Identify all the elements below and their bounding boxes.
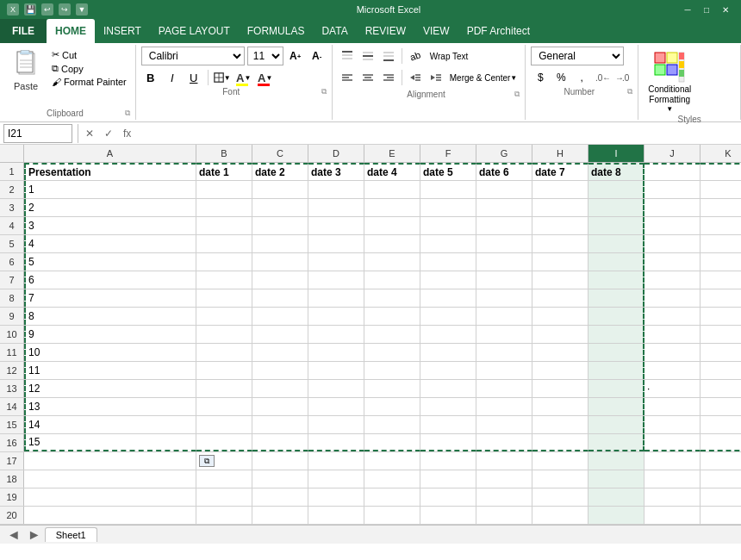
cell-K12[interactable] <box>701 362 741 379</box>
row-header-9[interactable]: 9 <box>0 308 24 325</box>
cell-J18[interactable] <box>644 470 701 488</box>
cell-H8[interactable] <box>532 289 588 307</box>
cell-C7[interactable] <box>252 271 308 289</box>
cell-J8[interactable] <box>644 289 701 307</box>
cell-F10[interactable] <box>420 326 476 343</box>
cell-A8[interactable]: 7 <box>24 289 196 307</box>
cell-J2[interactable] <box>644 181 701 198</box>
row-header-20[interactable]: 20 <box>0 507 24 524</box>
cell-D4[interactable] <box>308 217 364 234</box>
cell-B10[interactable] <box>196 326 252 343</box>
cell-I13[interactable] <box>588 380 644 397</box>
cell-J20[interactable] <box>644 507 701 524</box>
cell-G14[interactable] <box>476 398 532 415</box>
cell-B7[interactable] <box>196 271 252 289</box>
cell-I1[interactable]: date 8 <box>588 163 644 180</box>
cell-H15[interactable] <box>532 416 588 433</box>
cell-J1[interactable] <box>644 163 701 180</box>
cell-E9[interactable] <box>364 308 420 325</box>
confirm-formula-button[interactable]: ✓ <box>99 126 118 141</box>
cell-I7[interactable] <box>588 271 644 289</box>
cell-B14[interactable] <box>196 398 252 415</box>
cell-A1[interactable]: Presentation <box>24 163 196 180</box>
cell-F11[interactable] <box>420 344 476 361</box>
cell-G20[interactable] <box>476 507 532 524</box>
font-name-select[interactable]: Calibri <box>141 47 245 65</box>
increase-font-button[interactable]: A+ <box>286 47 305 65</box>
row-header-18[interactable]: 18 <box>0 470 24 488</box>
cell-C3[interactable] <box>252 199 308 216</box>
cell-A19[interactable] <box>24 488 196 506</box>
cell-F20[interactable] <box>420 507 476 524</box>
corner-cell[interactable] <box>0 145 24 162</box>
cell-C6[interactable] <box>252 253 308 271</box>
border-dropdown-icon[interactable]: ▼ <box>224 74 231 82</box>
cell-G10[interactable] <box>476 326 532 343</box>
cell-K5[interactable] <box>701 235 741 252</box>
cell-F19[interactable] <box>420 488 476 506</box>
cell-I6[interactable] <box>588 253 644 271</box>
cell-J15[interactable] <box>644 416 701 433</box>
col-header-G[interactable]: G <box>476 145 532 162</box>
cell-A7[interactable]: 6 <box>24 271 196 289</box>
cell-B3[interactable] <box>196 199 252 216</box>
cell-F8[interactable] <box>420 289 476 307</box>
col-header-A[interactable]: A <box>24 145 196 162</box>
cell-I18[interactable] <box>588 470 644 488</box>
cell-E18[interactable] <box>364 470 420 488</box>
cell-D1[interactable]: date 3 <box>308 163 364 180</box>
font-color-dropdown-icon[interactable]: ▼ <box>265 74 272 82</box>
alignment-expand-icon[interactable]: ⧉ <box>514 90 520 99</box>
cell-D16[interactable] <box>308 434 364 451</box>
cell-E8[interactable] <box>364 289 420 307</box>
cell-B4[interactable] <box>196 217 252 234</box>
cell-H12[interactable] <box>532 362 588 379</box>
cell-F3[interactable] <box>420 199 476 216</box>
align-top-button[interactable] <box>338 47 357 65</box>
sheet-tab-next[interactable]: ► <box>24 527 45 543</box>
cell-J19[interactable] <box>644 488 701 506</box>
cell-G8[interactable] <box>476 289 532 307</box>
clipboard-expand-icon[interactable]: ⧉ <box>125 109 130 118</box>
bold-button[interactable]: B <box>141 68 160 87</box>
sheet-tab-prev[interactable]: ◄ <box>3 527 24 543</box>
cell-A12[interactable]: 11 <box>24 362 196 379</box>
cell-J3[interactable] <box>644 199 701 216</box>
cell-F9[interactable] <box>420 308 476 325</box>
row-header-1[interactable]: 1 <box>0 163 24 180</box>
cancel-formula-button[interactable]: ✕ <box>80 126 99 141</box>
cell-C18[interactable] <box>252 470 308 488</box>
row-header-14[interactable]: 14 <box>0 398 24 415</box>
comma-button[interactable]: , <box>572 68 591 87</box>
tab-home[interactable]: HOME <box>47 19 95 43</box>
cell-H13[interactable] <box>532 380 588 397</box>
cell-E17[interactable] <box>364 452 420 470</box>
cell-I16[interactable] <box>588 434 644 451</box>
close-button[interactable]: ✕ <box>717 3 734 16</box>
cell-B8[interactable] <box>196 289 252 307</box>
cell-F18[interactable] <box>420 470 476 488</box>
cell-D19[interactable] <box>308 488 364 506</box>
col-header-D[interactable]: D <box>308 145 364 162</box>
cell-G15[interactable] <box>476 416 532 433</box>
cell-G11[interactable] <box>476 344 532 361</box>
increase-indent-button[interactable] <box>427 68 445 87</box>
cell-E16[interactable] <box>364 434 420 451</box>
tab-pdf[interactable]: PDF Architect <box>458 19 539 43</box>
tab-data[interactable]: DATA <box>313 19 356 43</box>
col-header-I[interactable]: I <box>588 145 644 162</box>
cell-H9[interactable] <box>532 308 588 325</box>
cell-K8[interactable] <box>701 289 741 307</box>
underline-button[interactable]: U <box>184 68 203 87</box>
cell-C8[interactable] <box>252 289 308 307</box>
cell-G12[interactable] <box>476 362 532 379</box>
cell-F2[interactable] <box>420 181 476 198</box>
cell-I11[interactable] <box>588 344 644 361</box>
conditional-formatting-dropdown[interactable]: ▼ <box>666 105 673 113</box>
angle-text-button[interactable]: ab <box>403 44 427 68</box>
cell-C19[interactable] <box>252 488 308 506</box>
cell-D13[interactable] <box>308 380 364 397</box>
cell-C20[interactable] <box>252 507 308 524</box>
number-expand-icon[interactable]: ⧉ <box>627 87 632 96</box>
cell-A16[interactable]: 15 <box>24 434 196 451</box>
